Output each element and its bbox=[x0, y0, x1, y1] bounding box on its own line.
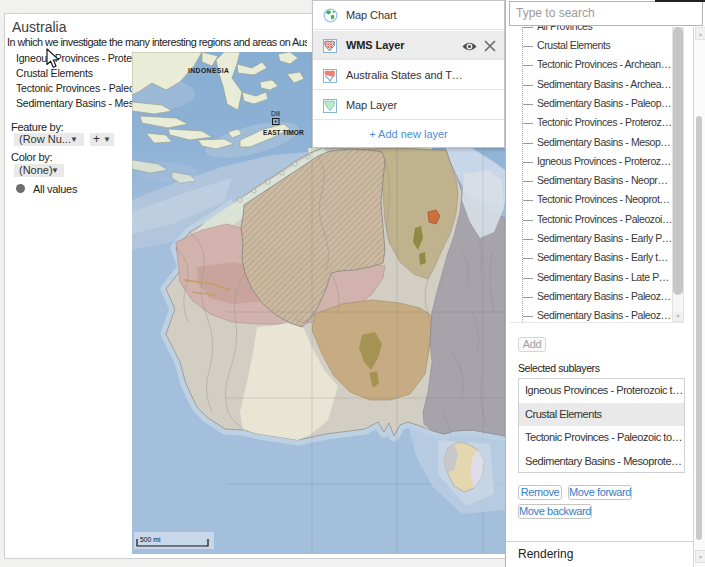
svg-text:500 mi: 500 mi bbox=[140, 536, 161, 543]
svg-text:EAST TIMOR: EAST TIMOR bbox=[263, 129, 304, 136]
svg-text:Dili: Dili bbox=[271, 110, 280, 117]
svg-text:INDONESIA: INDONESIA bbox=[188, 67, 229, 74]
